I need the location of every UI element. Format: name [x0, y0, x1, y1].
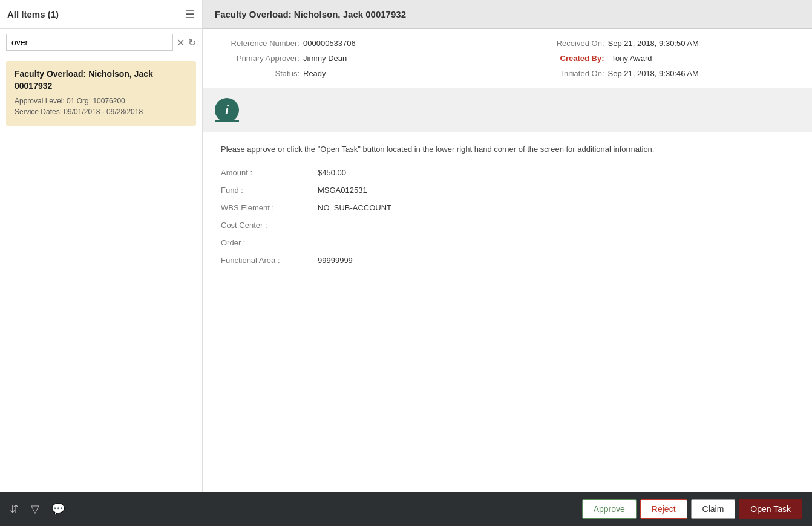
- reject-button[interactable]: Reject: [640, 499, 687, 519]
- field-label: Amount :: [221, 168, 318, 177]
- field-label: Order :: [221, 238, 318, 247]
- search-input[interactable]: [6, 34, 173, 51]
- list-item-approval: Approval Level: 01 Org: 10076200: [15, 97, 188, 105]
- bottom-bar: ⇵ ▽ 💬 Approve Reject Claim Open Task: [0, 492, 812, 526]
- status-label: Status:: [215, 69, 300, 78]
- field-row: Functional Area :99999999: [221, 256, 794, 265]
- instructions-text: Please approve or click the "Open Task" …: [221, 144, 794, 154]
- field-row: Fund :MSGA012531: [221, 186, 794, 195]
- open-task-button[interactable]: Open Task: [739, 499, 802, 519]
- field-value: 99999999: [318, 256, 353, 265]
- field-row: Cost Center :: [221, 221, 794, 230]
- left-panel: All Items (1) ☰ ✕ ↻ Faculty Overload: Ni…: [0, 0, 203, 526]
- list-item-title: Faculty Overload: Nicholson, Jack 000179…: [15, 68, 188, 92]
- list-item[interactable]: Faculty Overload: Nicholson, Jack 000179…: [6, 61, 196, 126]
- status-value: Ready: [303, 69, 326, 78]
- primary-approver-value: Jimmy Dean: [303, 54, 347, 63]
- field-row: Order :: [221, 238, 794, 247]
- field-value: MSGA012531: [318, 186, 367, 195]
- field-label: Cost Center :: [221, 221, 318, 230]
- primary-approver-row: Primary Approver: Jimmy Dean: [215, 54, 496, 63]
- initiated-on-label: Initiated On:: [520, 69, 604, 78]
- field-label: WBS Element :: [221, 203, 318, 212]
- field-label: Functional Area :: [221, 256, 318, 265]
- received-on-row: Received On: Sep 21, 2018, 9:30:50 AM: [520, 39, 801, 48]
- detail-meta-right: Received On: Sep 21, 2018, 9:30:50 AM Cr…: [520, 39, 801, 78]
- received-on-label: Received On:: [520, 39, 604, 48]
- initiated-on-row: Initiated On: Sep 21, 2018, 9:30:46 AM: [520, 69, 801, 78]
- field-value: $450.00: [318, 168, 346, 177]
- created-by-row: Created By: Tony Award: [520, 54, 801, 63]
- detail-meta-section: Reference Number: 000000533706 Primary A…: [203, 29, 812, 88]
- list-item-service-dates: Service Dates: 09/01/2018 - 09/28/2018: [15, 108, 188, 116]
- detail-meta-left: Reference Number: 000000533706 Primary A…: [215, 39, 496, 78]
- search-bar: ✕ ↻: [0, 29, 202, 56]
- left-header: All Items (1) ☰: [0, 0, 202, 29]
- search-clear-icon[interactable]: ✕: [177, 37, 185, 48]
- received-on-value: Sep 21, 2018, 9:30:50 AM: [608, 39, 699, 48]
- sort-icon[interactable]: ⇵: [10, 502, 19, 516]
- bottom-left-icons: ⇵ ▽ 💬: [10, 502, 65, 516]
- right-panel-header: Faculty Overload: Nicholson, Jack 000179…: [203, 0, 812, 29]
- approve-button[interactable]: Approve: [582, 499, 637, 519]
- reference-number-row: Reference Number: 000000533706: [215, 39, 496, 48]
- field-row: WBS Element :NO_SUB-ACCOUNT: [221, 203, 794, 212]
- info-section: i: [203, 88, 812, 132]
- claim-button[interactable]: Claim: [691, 499, 736, 519]
- created-by-label: Created By:: [520, 54, 604, 63]
- reference-number-value: 000000533706: [303, 39, 356, 48]
- info-icon: i: [215, 98, 239, 122]
- field-row: Amount :$450.00: [221, 168, 794, 177]
- field-value: NO_SUB-ACCOUNT: [318, 203, 391, 212]
- filter-bottom-icon[interactable]: ▽: [31, 502, 39, 516]
- primary-approver-label: Primary Approver:: [215, 54, 300, 63]
- filter-icon[interactable]: ☰: [185, 8, 195, 21]
- all-items-title: All Items (1): [7, 9, 59, 19]
- search-refresh-icon[interactable]: ↻: [188, 37, 196, 48]
- initiated-on-value: Sep 21, 2018, 9:30:46 AM: [608, 69, 699, 78]
- field-label: Fund :: [221, 186, 318, 195]
- content-section: Please approve or click the "Open Task" …: [203, 132, 812, 526]
- fields-container: Amount :$450.00Fund :MSGA012531WBS Eleme…: [221, 168, 794, 265]
- right-header-title: Faculty Overload: Nicholson, Jack 000179…: [215, 9, 406, 19]
- bottom-right-buttons: Approve Reject Claim Open Task: [582, 499, 802, 519]
- right-panel: Faculty Overload: Nicholson, Jack 000179…: [203, 0, 812, 526]
- reference-number-label: Reference Number:: [215, 39, 300, 48]
- comment-icon[interactable]: 💬: [51, 502, 65, 516]
- status-row: Status: Ready: [215, 69, 496, 78]
- created-by-value: Tony Award: [612, 54, 652, 63]
